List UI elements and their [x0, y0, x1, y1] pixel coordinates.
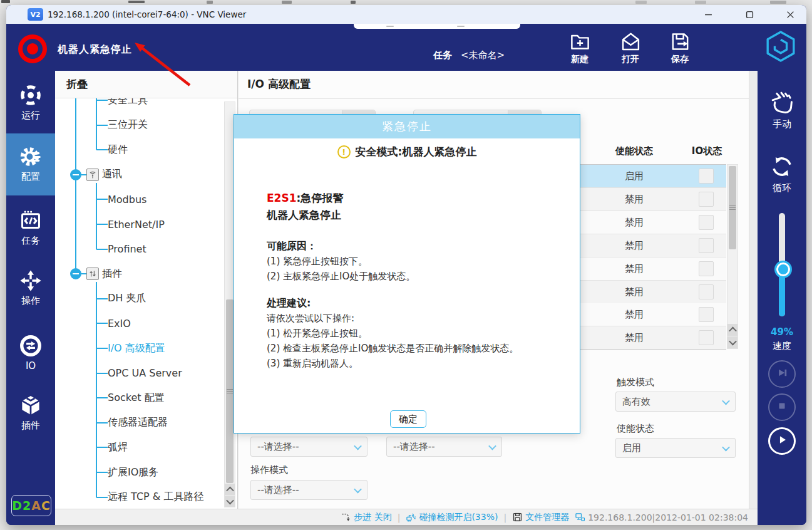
- io-state-checkbox[interactable]: [699, 307, 714, 322]
- file-manager-button[interactable]: 文件管理器: [512, 512, 569, 523]
- tree-scroll-up-button[interactable]: [225, 484, 235, 495]
- io-state-checkbox[interactable]: [699, 238, 714, 253]
- window-titlebar[interactable]: V2 192.168.1.200 (intel-corei7-64:0) - V…: [6, 5, 806, 24]
- nav-task[interactable]: 任务: [6, 204, 55, 254]
- close-button[interactable]: [778, 7, 803, 22]
- nav-run-label: 运行: [21, 110, 40, 122]
- manual-mode-button[interactable]: 手动: [758, 85, 806, 135]
- select-dropdown-2[interactable]: --请选择--: [386, 437, 502, 457]
- tree-item[interactable]: 通讯: [102, 167, 122, 182]
- table-scrollbar-thumb[interactable]: [729, 166, 736, 249]
- task-icon: [19, 209, 43, 232]
- step-mode-text: 步进 关闭: [354, 512, 391, 523]
- manual-hand-icon: [769, 90, 795, 116]
- tree-item[interactable]: 三位开关: [108, 118, 148, 133]
- network-icon: [575, 512, 585, 522]
- tree-scroll-down-button[interactable]: [225, 496, 235, 507]
- play-button[interactable]: [768, 427, 796, 455]
- io-state-checkbox[interactable]: [699, 261, 714, 276]
- tree-item[interactable]: 硬件: [108, 142, 128, 157]
- tree-collapse-toggle[interactable]: [70, 169, 81, 180]
- table-scroll-down-button[interactable]: [727, 336, 737, 348]
- tree-item[interactable]: Modbus: [108, 192, 146, 207]
- file-manager-icon: [512, 512, 523, 522]
- minimize-button[interactable]: [696, 7, 721, 22]
- step-icon: [341, 512, 351, 522]
- enable-state-cell: 启用: [625, 170, 644, 182]
- tree-connector-line: [96, 373, 108, 374]
- nav-operate[interactable]: 操作: [6, 264, 55, 314]
- tree-item[interactable]: OPC UA Server: [108, 366, 182, 381]
- stop-icon: [774, 398, 790, 417]
- open-button[interactable]: 打开: [608, 31, 653, 65]
- tree-connector-line: [96, 224, 108, 225]
- save-button[interactable]: 保存: [657, 31, 702, 65]
- operation-mode-dropdown[interactable]: --请选择--: [250, 480, 367, 500]
- enable-state-dropdown[interactable]: 启用: [615, 438, 736, 458]
- new-button[interactable]: 新建: [557, 31, 602, 65]
- io-state-checkbox[interactable]: [699, 215, 714, 230]
- vnc-toolbar-tab[interactable]: [354, 24, 520, 29]
- nav-io[interactable]: IO: [6, 329, 55, 379]
- enable-state-label: 使能状态: [617, 423, 654, 435]
- collision-detection-text: 碰撞检测开启(33%): [419, 512, 498, 523]
- enable-state-value: 启用: [622, 442, 641, 454]
- io-state-checkbox[interactable]: [699, 284, 714, 299]
- io-state-checkbox[interactable]: [699, 330, 714, 345]
- vnc-logo-icon: V2: [28, 8, 43, 21]
- nav-plugin[interactable]: 插件: [6, 388, 55, 439]
- background-window-fragment: [351, 1, 356, 4]
- tree-item[interactable]: DH 夹爪: [108, 291, 146, 306]
- tree-collapse-toggle[interactable]: [70, 268, 81, 279]
- nav-config[interactable]: 配置: [6, 133, 55, 195]
- maximize-button[interactable]: [737, 7, 762, 22]
- ok-button[interactable]: 确定: [390, 410, 426, 428]
- select-dropdown-1[interactable]: --请选择--: [250, 437, 367, 457]
- tree-item[interactable]: 扩展IO服务: [108, 465, 158, 480]
- d2ac-badge[interactable]: D2AC: [11, 495, 51, 516]
- tree-scrollbar-thumb[interactable]: [226, 299, 234, 483]
- step-mode-status[interactable]: 步进 关闭: [341, 512, 391, 523]
- table-scrollbar[interactable]: [727, 164, 738, 349]
- tree-item[interactable]: 传感器适配器: [108, 415, 168, 430]
- tree-item[interactable]: EtherNet/IP: [108, 217, 165, 232]
- tree-item[interactable]: Socket 配置: [108, 390, 165, 405]
- tree-item[interactable]: 安全工具: [108, 98, 148, 108]
- tree-item[interactable]: I/O 高级配置: [108, 341, 165, 356]
- tree-item[interactable]: 插件: [102, 266, 122, 281]
- enable-state-cell: 禁用: [625, 309, 644, 321]
- antenna-icon: [86, 169, 99, 181]
- dialog-title[interactable]: 紧急停止: [234, 115, 580, 138]
- step-run-button[interactable]: [768, 360, 796, 388]
- task-field: 任务<未命名>: [433, 49, 505, 61]
- io-state-checkbox[interactable]: [699, 169, 714, 184]
- dialog-causes-block: 可能原因： (1) 紧急停止按钮按下。 (2) 主板紧急停止IO处于触发状态。: [267, 239, 415, 284]
- open-icon: [620, 31, 642, 53]
- select-dropdown-1-value: --请选择--: [257, 441, 299, 453]
- tree-item[interactable]: 远程 TCP & 工具路径: [108, 490, 203, 505]
- nav-run[interactable]: 运行: [6, 78, 55, 128]
- operation-mode-label: 操作模式: [250, 464, 288, 476]
- speed-slider-thumb[interactable]: [774, 261, 792, 278]
- collision-detection-status[interactable]: 碰撞检测开启(33%): [406, 512, 498, 523]
- trigger-mode-dropdown[interactable]: 高有效: [615, 392, 736, 412]
- io-icon: [19, 334, 43, 358]
- cycle-mode-button[interactable]: 循环: [758, 148, 806, 199]
- cause-line: (1) 紧急停止按钮按下。: [267, 254, 415, 269]
- speed-value: 49%: [758, 326, 806, 338]
- file-manager-text: 文件管理器: [525, 512, 569, 523]
- tree-connector-line: [96, 125, 108, 126]
- io-state-checkbox[interactable]: [699, 192, 714, 207]
- config-icon: [19, 145, 43, 169]
- tree-item[interactable]: Profinet: [108, 242, 146, 257]
- tree-item[interactable]: 弧焊: [108, 440, 128, 455]
- stop-button[interactable]: [768, 393, 796, 421]
- speed-slider[interactable]: [779, 213, 785, 316]
- dialog-error-block: E2S1:急停报警 机器人紧急停止: [267, 190, 343, 224]
- tree-collapse-header[interactable]: 折叠: [55, 71, 237, 98]
- table-scroll-up-button[interactable]: [727, 324, 737, 336]
- tree-connector-line: [96, 323, 108, 324]
- tree-connector-line: [96, 497, 108, 498]
- tree-item[interactable]: ExIO: [108, 316, 131, 331]
- tree-connector-line: [96, 100, 108, 101]
